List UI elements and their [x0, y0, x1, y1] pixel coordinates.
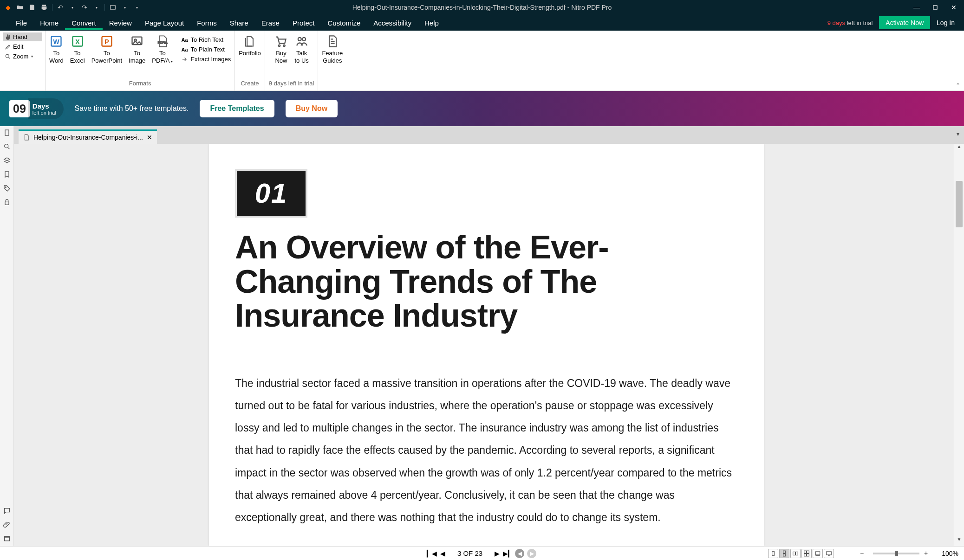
window-icon[interactable] — [109, 3, 117, 12]
fit-width-view-icon[interactable] — [813, 549, 823, 558]
nav-forward-button[interactable]: ▶ — [527, 549, 536, 558]
to-word-label: To Word — [49, 50, 64, 65]
pages-panel-icon[interactable] — [3, 129, 11, 136]
to-excel-label: To Excel — [70, 50, 85, 65]
redo-dropdown-icon[interactable]: ▾ — [92, 3, 101, 12]
bookmarks-panel-icon[interactable] — [3, 171, 11, 178]
last-page-button[interactable]: ▶▎ — [504, 549, 512, 558]
menu-home[interactable]: Home — [33, 16, 65, 30]
tabs-dropdown-icon[interactable]: ▾ — [957, 131, 959, 137]
promo-banner: 09 Days left on trial Save time with 50+… — [0, 91, 964, 126]
svg-rect-19 — [5, 202, 9, 205]
to-image-label: To Image — [129, 50, 145, 65]
single-page-view-icon[interactable] — [768, 549, 778, 558]
extract-images-button[interactable]: Extract Images — [181, 56, 231, 63]
menu-file[interactable]: File — [9, 16, 33, 30]
security-panel-icon[interactable] — [3, 199, 11, 206]
plain-text-icon: Aa — [181, 47, 188, 52]
document-tab[interactable]: Helping-Out-Insurance-Companies-i... ✕ — [19, 129, 157, 144]
fullscreen-view-icon[interactable] — [824, 549, 834, 558]
menu-erase[interactable]: Erase — [255, 16, 286, 30]
trial-indicator: 9 days left in trial — [827, 19, 873, 26]
nav-back-button[interactable]: ◀ — [515, 549, 524, 558]
first-page-button[interactable]: ▎◀ — [428, 549, 436, 558]
to-image-button[interactable]: To Image — [129, 34, 145, 65]
tags-panel-icon[interactable] — [3, 185, 11, 192]
facing-continuous-view-icon[interactable] — [801, 549, 812, 558]
ribbon-group-formats: W To Word X To Excel P To PowerPoint To … — [46, 31, 235, 90]
menu-forms[interactable]: Forms — [190, 16, 223, 30]
open-folder-icon[interactable] — [16, 3, 24, 12]
to-rich-text-button[interactable]: AaTo Rich Text — [181, 36, 231, 43]
svg-text:P: P — [104, 38, 109, 45]
buy-now-promo-button[interactable]: Buy Now — [286, 100, 338, 117]
to-plain-text-button[interactable]: AaTo Plain Text — [181, 46, 231, 53]
facing-view-icon[interactable] — [790, 549, 801, 558]
zoom-tool[interactable]: Zoom ▾ — [3, 52, 42, 61]
menu-accessibility[interactable]: Accessibility — [367, 16, 418, 30]
svg-rect-21 — [772, 551, 775, 555]
zoom-out-button[interactable]: − — [860, 549, 868, 558]
minimize-button[interactable]: — — [912, 3, 921, 12]
vertical-scrollbar[interactable]: ▲ ▼ — [954, 144, 964, 546]
collapse-ribbon-icon[interactable]: ⌃ — [956, 82, 960, 89]
qat-dropdown-icon[interactable]: ▾ — [133, 3, 141, 12]
window-dropdown-icon[interactable]: ▾ — [121, 3, 129, 12]
zoom-in-button[interactable]: + — [924, 549, 932, 558]
menu-bar: File Home Convert Review Page Layout For… — [0, 15, 964, 31]
to-word-button[interactable]: W To Word — [49, 34, 64, 65]
portfolio-button[interactable]: Portfolio — [239, 34, 261, 57]
search-panel-icon[interactable] — [3, 143, 11, 150]
document-view-area[interactable]: 01 An Overview of the Ever-Changing Tren… — [14, 144, 964, 546]
attachments-panel-icon[interactable] — [3, 521, 11, 528]
undo-dropdown-icon[interactable]: ▾ — [68, 3, 77, 12]
comments-panel-icon[interactable] — [3, 507, 11, 515]
zoom-slider[interactable] — [873, 553, 919, 554]
zoom-percent: 100% — [937, 550, 958, 557]
menu-page-layout[interactable]: Page Layout — [138, 16, 190, 30]
free-templates-button[interactable]: Free Templates — [200, 100, 274, 117]
scroll-up-icon[interactable]: ▲ — [954, 144, 964, 153]
menu-review[interactable]: Review — [103, 16, 138, 30]
ribbon-group-guides: Feature Guides — [318, 31, 346, 90]
menu-customize[interactable]: Customize — [321, 16, 367, 30]
redo-icon[interactable]: ↷ — [80, 3, 89, 12]
save-icon[interactable] — [28, 3, 36, 12]
print-icon[interactable] — [40, 3, 48, 12]
prev-page-button[interactable]: ◀ — [439, 549, 447, 558]
talk-to-us-button[interactable]: Talk to Us — [294, 34, 308, 65]
scroll-down-icon[interactable]: ▼ — [954, 537, 964, 546]
continuous-view-icon[interactable] — [779, 549, 789, 558]
app-logo-icon: ◆ — [4, 3, 12, 12]
hand-tool[interactable]: Hand — [3, 32, 42, 41]
edit-tool[interactable]: Edit — [3, 42, 42, 51]
close-button[interactable]: ✕ — [949, 3, 958, 12]
to-pdfa-button[interactable]: PDF/A To PDF/A ▾ — [152, 34, 173, 65]
menu-convert[interactable]: Convert — [65, 16, 103, 30]
svg-rect-16 — [5, 130, 9, 135]
ribbon-group-create: Portfolio Create — [235, 31, 265, 90]
close-tab-icon[interactable]: ✕ — [147, 134, 152, 141]
output-panel-icon[interactable] — [3, 535, 11, 542]
svg-rect-26 — [804, 551, 807, 553]
to-excel-button[interactable]: X To Excel — [70, 34, 85, 65]
trial-days-count: 9 days — [827, 19, 845, 26]
svg-point-2 — [6, 54, 9, 58]
feature-guides-button[interactable]: Feature Guides — [322, 34, 343, 65]
undo-icon[interactable]: ↶ — [56, 3, 65, 12]
to-powerpoint-button[interactable]: P To PowerPoint — [91, 34, 122, 65]
menu-share[interactable]: Share — [223, 16, 255, 30]
side-nav — [0, 126, 14, 546]
menu-help[interactable]: Help — [418, 16, 445, 30]
scroll-thumb[interactable] — [956, 181, 963, 227]
buy-now-ribbon-button[interactable]: Buy Now — [274, 34, 288, 65]
next-page-button[interactable]: ▶ — [493, 549, 501, 558]
svg-rect-23 — [783, 554, 786, 556]
login-button[interactable]: Log In — [937, 19, 955, 26]
layers-panel-icon[interactable] — [3, 157, 11, 164]
days-remaining-pill: 09 Days left on trial — [9, 98, 64, 119]
menu-protect[interactable]: Protect — [286, 16, 321, 30]
activate-now-button[interactable]: Activate Now — [879, 16, 930, 29]
to-rich-label: To Rich Text — [191, 36, 224, 43]
maximize-button[interactable] — [931, 3, 940, 12]
